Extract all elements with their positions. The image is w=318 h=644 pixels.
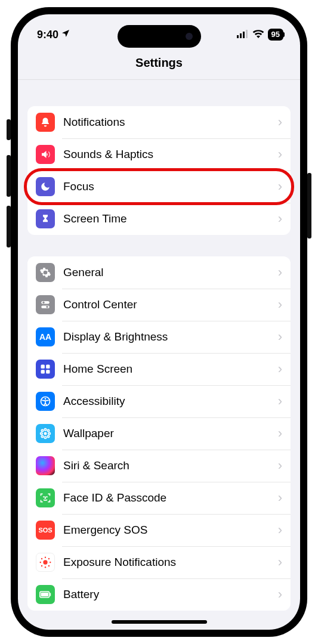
dynamic-island bbox=[118, 25, 201, 48]
svg-point-16 bbox=[44, 436, 46, 438]
phone-volume-down bbox=[7, 206, 11, 247]
row-label: Home Screen bbox=[63, 363, 278, 376]
notifications-icon bbox=[36, 113, 55, 132]
row-battery[interactable]: Battery › bbox=[27, 578, 291, 611]
chevron-right-icon: › bbox=[278, 522, 282, 538]
status-time: 9:40 bbox=[37, 29, 58, 41]
svg-point-23 bbox=[44, 497, 44, 497]
battery-icon bbox=[36, 585, 55, 604]
row-label: Accessibility bbox=[63, 395, 278, 408]
emergency-sos-icon: SOS bbox=[36, 521, 55, 540]
svg-point-26 bbox=[45, 557, 46, 558]
svg-point-31 bbox=[48, 558, 50, 559]
row-control-center[interactable]: Control Center › bbox=[27, 289, 291, 321]
svg-rect-11 bbox=[46, 370, 50, 373]
face-id-passcode-icon bbox=[36, 488, 55, 507]
svg-rect-36 bbox=[41, 593, 49, 597]
chevron-right-icon: › bbox=[278, 297, 282, 312]
svg-rect-4 bbox=[41, 301, 50, 304]
settings-group-2: General › Control Center › AA Display & … bbox=[27, 256, 291, 611]
chevron-right-icon: › bbox=[278, 211, 282, 227]
phone-power-button bbox=[307, 173, 311, 239]
page-title: Settings bbox=[18, 48, 300, 80]
screen-time-icon bbox=[36, 209, 55, 228]
svg-rect-2 bbox=[243, 32, 245, 38]
phone-screen: 9:40 95 Settings bbox=[18, 14, 300, 630]
row-exposure-notifications[interactable]: Exposure Notifications › bbox=[27, 546, 291, 578]
svg-point-32 bbox=[41, 565, 42, 566]
row-label: Exposure Notifications bbox=[63, 556, 278, 569]
chevron-right-icon: › bbox=[278, 361, 282, 377]
svg-rect-0 bbox=[237, 35, 239, 38]
accessibility-icon bbox=[36, 392, 55, 411]
row-face-id-passcode[interactable]: Face ID & Passcode › bbox=[27, 482, 291, 514]
wallpaper-icon bbox=[36, 424, 55, 443]
row-label: Screen Time bbox=[63, 212, 278, 225]
chevron-right-icon: › bbox=[278, 490, 282, 506]
exposure-notifications-icon bbox=[36, 553, 55, 572]
svg-point-15 bbox=[44, 429, 46, 431]
home-indicator[interactable] bbox=[112, 620, 207, 624]
siri-search-icon bbox=[36, 456, 55, 475]
svg-point-21 bbox=[41, 435, 43, 437]
focus-icon bbox=[36, 177, 55, 196]
svg-point-24 bbox=[47, 497, 47, 497]
general-icon bbox=[36, 263, 55, 282]
chevron-right-icon: › bbox=[278, 394, 282, 409]
row-label: General bbox=[63, 266, 278, 279]
svg-rect-3 bbox=[246, 30, 248, 38]
svg-point-25 bbox=[43, 560, 47, 564]
row-label: Sounds & Haptics bbox=[63, 148, 278, 161]
svg-point-30 bbox=[41, 558, 42, 559]
svg-point-18 bbox=[48, 432, 50, 434]
cellular-signal-icon bbox=[237, 29, 249, 41]
row-label: Notifications bbox=[63, 116, 278, 129]
battery-indicator: 95 bbox=[268, 29, 283, 41]
svg-point-17 bbox=[41, 432, 42, 434]
display-brightness-icon: AA bbox=[36, 327, 55, 346]
svg-point-7 bbox=[46, 306, 48, 308]
row-screen-time[interactable]: Screen Time › bbox=[27, 203, 291, 235]
row-wallpaper[interactable]: Wallpaper › bbox=[27, 417, 291, 450]
chevron-right-icon: › bbox=[278, 114, 282, 130]
svg-point-13 bbox=[45, 398, 47, 400]
svg-rect-10 bbox=[41, 370, 45, 373]
row-label: Control Center bbox=[63, 298, 278, 311]
svg-rect-8 bbox=[41, 365, 45, 369]
phone-volume-up bbox=[7, 155, 11, 197]
row-accessibility[interactable]: Accessibility › bbox=[27, 385, 291, 417]
row-label: Wallpaper bbox=[63, 427, 278, 440]
settings-group-1: Notifications › Sounds & Haptics › Focus… bbox=[27, 106, 291, 235]
phone-side-switch bbox=[7, 119, 11, 140]
row-display-brightness[interactable]: AA Display & Brightness › bbox=[27, 321, 291, 353]
settings-list[interactable]: Notifications › Sounds & Haptics › Focus… bbox=[18, 80, 300, 611]
svg-rect-5 bbox=[41, 306, 50, 309]
chevron-right-icon: › bbox=[278, 329, 282, 345]
row-label: Display & Brightness bbox=[63, 330, 278, 343]
svg-point-33 bbox=[48, 565, 50, 566]
chevron-right-icon: › bbox=[278, 458, 282, 473]
row-focus[interactable]: Focus › bbox=[27, 171, 291, 203]
row-home-screen[interactable]: Home Screen › bbox=[27, 353, 291, 385]
chevron-right-icon: › bbox=[278, 426, 282, 441]
row-label: Emergency SOS bbox=[63, 524, 278, 537]
control-center-icon bbox=[36, 295, 55, 314]
row-notifications[interactable]: Notifications › bbox=[27, 106, 291, 138]
row-label: Battery bbox=[63, 588, 278, 601]
chevron-right-icon: › bbox=[278, 179, 282, 194]
sounds-haptics-icon bbox=[36, 145, 55, 164]
svg-point-27 bbox=[45, 566, 46, 568]
row-general[interactable]: General › bbox=[27, 256, 291, 289]
row-emergency-sos[interactable]: SOS Emergency SOS › bbox=[27, 514, 291, 546]
chevron-right-icon: › bbox=[278, 555, 282, 570]
svg-rect-9 bbox=[46, 365, 50, 369]
svg-point-6 bbox=[42, 302, 44, 304]
row-siri-search[interactable]: Siri & Search › bbox=[27, 450, 291, 482]
row-label: Face ID & Passcode bbox=[63, 491, 278, 504]
row-sounds-haptics[interactable]: Sounds & Haptics › bbox=[27, 138, 291, 171]
phone-frame: 9:40 95 Settings bbox=[11, 7, 307, 637]
svg-point-22 bbox=[47, 435, 49, 437]
svg-point-29 bbox=[50, 562, 51, 563]
row-label: Siri & Search bbox=[63, 459, 278, 472]
svg-point-19 bbox=[41, 429, 43, 431]
